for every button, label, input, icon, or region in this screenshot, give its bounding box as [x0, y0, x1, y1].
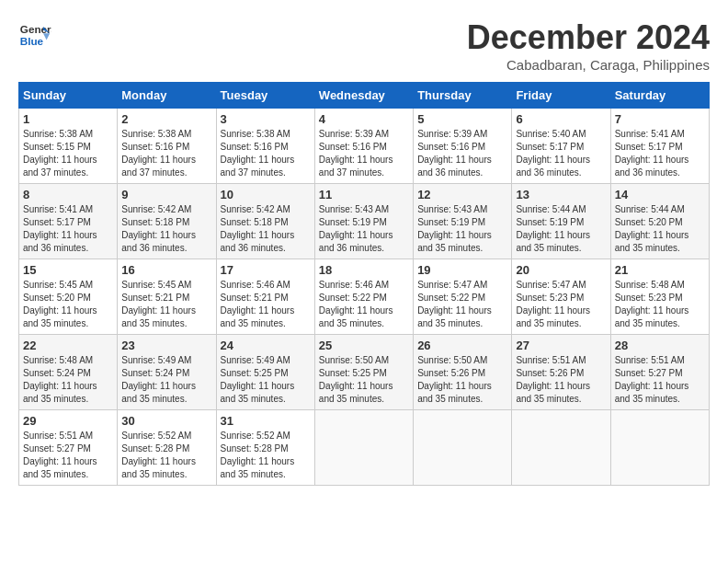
calendar-week-3: 15 Sunrise: 5:45 AM Sunset: 5:20 PM Dayl… [19, 259, 710, 335]
day-number: 21 [615, 263, 705, 277]
day-info: Sunrise: 5:38 AM Sunset: 5:16 PM Dayligh… [221, 128, 311, 179]
day-number: 15 [23, 263, 113, 277]
day-number: 24 [221, 339, 311, 352]
day-info: Sunrise: 5:38 AM Sunset: 5:15 PM Dayligh… [23, 128, 113, 179]
calendar-cell: 6 Sunrise: 5:40 AM Sunset: 5:17 PM Dayli… [512, 109, 610, 184]
calendar-cell: 11 Sunrise: 5:43 AM Sunset: 5:19 PM Dayl… [314, 184, 413, 259]
day-number: 4 [319, 112, 409, 126]
calendar-title: December 2024 [467, 18, 710, 57]
day-info: Sunrise: 5:41 AM Sunset: 5:17 PM Dayligh… [23, 203, 113, 255]
calendar-cell [610, 410, 709, 486]
calendar-week-1: 1 Sunrise: 5:38 AM Sunset: 5:15 PM Dayli… [19, 109, 710, 184]
day-info: Sunrise: 5:51 AM Sunset: 5:27 PM Dayligh… [615, 354, 705, 406]
day-info: Sunrise: 5:42 AM Sunset: 5:18 PM Dayligh… [221, 203, 311, 255]
day-info: Sunrise: 5:43 AM Sunset: 5:19 PM Dayligh… [319, 203, 409, 255]
day-info: Sunrise: 5:40 AM Sunset: 5:17 PM Dayligh… [516, 128, 606, 179]
calendar-cell: 25 Sunrise: 5:50 AM Sunset: 5:25 PM Dayl… [314, 335, 413, 410]
calendar-cell: 4 Sunrise: 5:39 AM Sunset: 5:16 PM Dayli… [314, 109, 413, 184]
day-number: 13 [516, 188, 606, 201]
day-number: 2 [121, 112, 211, 126]
day-info: Sunrise: 5:49 AM Sunset: 5:25 PM Dayligh… [221, 354, 311, 406]
day-number: 28 [615, 339, 705, 352]
col-monday: Monday [118, 83, 216, 109]
day-info: Sunrise: 5:51 AM Sunset: 5:27 PM Dayligh… [23, 430, 113, 481]
calendar-cell: 10 Sunrise: 5:42 AM Sunset: 5:18 PM Dayl… [216, 184, 314, 259]
calendar-cell: 28 Sunrise: 5:51 AM Sunset: 5:27 PM Dayl… [610, 335, 709, 410]
day-info: Sunrise: 5:44 AM Sunset: 5:20 PM Dayligh… [615, 203, 705, 255]
calendar-cell: 18 Sunrise: 5:46 AM Sunset: 5:22 PM Dayl… [314, 259, 413, 335]
day-info: Sunrise: 5:50 AM Sunset: 5:25 PM Dayligh… [319, 354, 409, 406]
col-thursday: Thursday [414, 83, 512, 109]
header-row: Sunday Monday Tuesday Wednesday Thursday… [19, 83, 710, 109]
calendar-cell [314, 410, 413, 486]
day-number: 12 [417, 188, 507, 201]
day-number: 31 [221, 414, 311, 428]
col-tuesday: Tuesday [216, 83, 314, 109]
calendar-cell: 29 Sunrise: 5:51 AM Sunset: 5:27 PM Dayl… [19, 410, 118, 486]
day-info: Sunrise: 5:41 AM Sunset: 5:17 PM Dayligh… [615, 128, 705, 179]
day-info: Sunrise: 5:38 AM Sunset: 5:16 PM Dayligh… [121, 128, 211, 179]
day-info: Sunrise: 5:52 AM Sunset: 5:28 PM Dayligh… [221, 430, 311, 481]
day-number: 19 [417, 263, 507, 277]
day-number: 20 [516, 263, 606, 277]
calendar-week-4: 22 Sunrise: 5:48 AM Sunset: 5:24 PM Dayl… [19, 335, 710, 410]
day-number: 27 [516, 339, 606, 352]
day-info: Sunrise: 5:51 AM Sunset: 5:26 PM Dayligh… [516, 354, 606, 406]
day-number: 29 [23, 414, 113, 428]
day-info: Sunrise: 5:43 AM Sunset: 5:19 PM Dayligh… [417, 203, 507, 255]
calendar-cell: 1 Sunrise: 5:38 AM Sunset: 5:15 PM Dayli… [19, 109, 118, 184]
day-number: 22 [23, 339, 113, 352]
calendar-week-2: 8 Sunrise: 5:41 AM Sunset: 5:17 PM Dayli… [19, 184, 710, 259]
calendar-week-5: 29 Sunrise: 5:51 AM Sunset: 5:27 PM Dayl… [19, 410, 710, 486]
col-wednesday: Wednesday [314, 83, 413, 109]
day-info: Sunrise: 5:49 AM Sunset: 5:24 PM Dayligh… [121, 354, 211, 406]
day-info: Sunrise: 5:46 AM Sunset: 5:22 PM Dayligh… [319, 279, 409, 330]
day-info: Sunrise: 5:44 AM Sunset: 5:19 PM Dayligh… [516, 203, 606, 255]
day-number: 3 [221, 112, 311, 126]
day-info: Sunrise: 5:45 AM Sunset: 5:20 PM Dayligh… [23, 279, 113, 330]
day-number: 10 [221, 188, 311, 201]
day-number: 5 [417, 112, 507, 126]
logo: General Blue [18, 18, 51, 52]
calendar-body: 1 Sunrise: 5:38 AM Sunset: 5:15 PM Dayli… [19, 109, 710, 486]
day-info: Sunrise: 5:48 AM Sunset: 5:23 PM Dayligh… [615, 279, 705, 330]
day-info: Sunrise: 5:47 AM Sunset: 5:23 PM Dayligh… [516, 279, 606, 330]
svg-marker-3 [43, 33, 50, 40]
day-number: 30 [121, 414, 211, 428]
day-number: 17 [221, 263, 311, 277]
calendar-cell: 20 Sunrise: 5:47 AM Sunset: 5:23 PM Dayl… [512, 259, 610, 335]
day-number: 7 [615, 112, 705, 126]
page-header: General Blue December 2024 Cabadbaran, C… [18, 18, 710, 73]
day-number: 1 [23, 112, 113, 126]
day-info: Sunrise: 5:45 AM Sunset: 5:21 PM Dayligh… [121, 279, 211, 330]
calendar-table: Sunday Monday Tuesday Wednesday Thursday… [18, 82, 710, 486]
logo-icon: General Blue [18, 18, 51, 52]
calendar-cell: 22 Sunrise: 5:48 AM Sunset: 5:24 PM Dayl… [19, 335, 118, 410]
day-info: Sunrise: 5:52 AM Sunset: 5:28 PM Dayligh… [121, 430, 211, 481]
calendar-cell: 13 Sunrise: 5:44 AM Sunset: 5:19 PM Dayl… [512, 184, 610, 259]
col-saturday: Saturday [610, 83, 709, 109]
col-sunday: Sunday [19, 83, 118, 109]
day-number: 9 [121, 188, 211, 201]
day-number: 23 [121, 339, 211, 352]
calendar-subtitle: Cabadbaran, Caraga, Philippines [467, 57, 710, 73]
day-info: Sunrise: 5:48 AM Sunset: 5:24 PM Dayligh… [23, 354, 113, 406]
day-info: Sunrise: 5:47 AM Sunset: 5:22 PM Dayligh… [417, 279, 507, 330]
calendar-cell: 17 Sunrise: 5:46 AM Sunset: 5:21 PM Dayl… [216, 259, 314, 335]
calendar-cell: 12 Sunrise: 5:43 AM Sunset: 5:19 PM Dayl… [414, 184, 512, 259]
calendar-cell: 24 Sunrise: 5:49 AM Sunset: 5:25 PM Dayl… [216, 335, 314, 410]
day-number: 6 [516, 112, 606, 126]
day-info: Sunrise: 5:50 AM Sunset: 5:26 PM Dayligh… [417, 354, 507, 406]
calendar-cell [414, 410, 512, 486]
calendar-cell: 30 Sunrise: 5:52 AM Sunset: 5:28 PM Dayl… [118, 410, 216, 486]
day-number: 14 [615, 188, 705, 201]
day-number: 8 [23, 188, 113, 201]
calendar-cell: 2 Sunrise: 5:38 AM Sunset: 5:16 PM Dayli… [118, 109, 216, 184]
day-info: Sunrise: 5:39 AM Sunset: 5:16 PM Dayligh… [417, 128, 507, 179]
calendar-cell: 8 Sunrise: 5:41 AM Sunset: 5:17 PM Dayli… [19, 184, 118, 259]
day-number: 18 [319, 263, 409, 277]
calendar-cell: 3 Sunrise: 5:38 AM Sunset: 5:16 PM Dayli… [216, 109, 314, 184]
calendar-cell: 26 Sunrise: 5:50 AM Sunset: 5:26 PM Dayl… [414, 335, 512, 410]
calendar-cell: 27 Sunrise: 5:51 AM Sunset: 5:26 PM Dayl… [512, 335, 610, 410]
calendar-cell: 16 Sunrise: 5:45 AM Sunset: 5:21 PM Dayl… [118, 259, 216, 335]
